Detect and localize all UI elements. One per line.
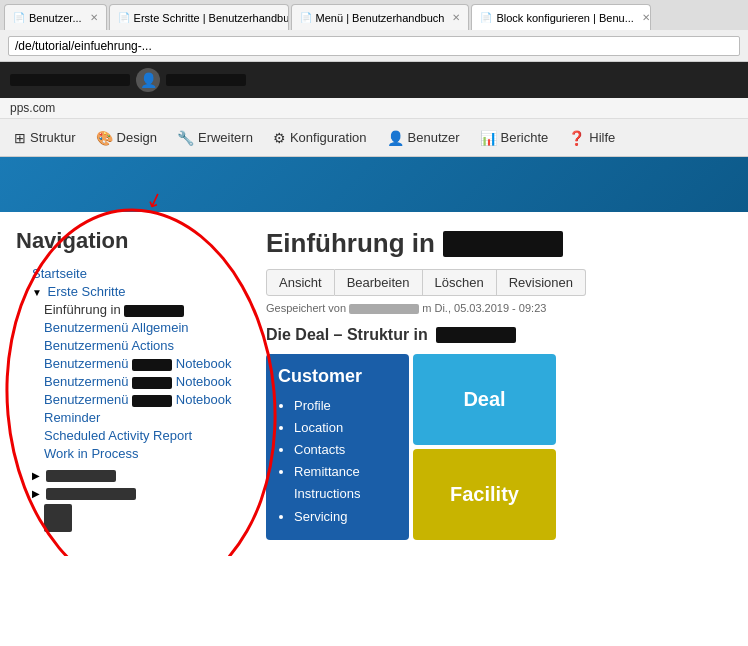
erweitern-icon: 🔧 xyxy=(177,130,194,146)
blue-banner xyxy=(0,157,748,212)
bearbeiten-button[interactable]: Bearbeiten xyxy=(335,269,423,296)
list-item: Benutzermenü Notebook xyxy=(20,392,246,407)
section-title: Die Deal – Struktur in xyxy=(266,326,732,344)
link-benutzermenu-allgemein[interactable]: Benutzermenü Allgemein xyxy=(44,320,189,335)
list-item: ▶ xyxy=(20,467,246,482)
list-item: Benutzermenü Notebook xyxy=(20,356,246,371)
domain-bar: pps.com xyxy=(0,98,748,119)
save-suffix: m Di., 05.03.2019 - 09:23 xyxy=(422,302,546,314)
customer-item-profile: Profile xyxy=(294,395,397,417)
tab-4[interactable]: 📄 Block konfigurieren | Benu... ✕ xyxy=(471,4,651,30)
link-einfuehrung: Einführung in xyxy=(44,302,124,317)
link-benutzermenu-notebook-2[interactable]: Benutzermenü xyxy=(44,374,132,389)
right-content: Einführung in Ansicht Bearbeiten Löschen… xyxy=(266,228,732,540)
tab-2[interactable]: 📄 Erste Schritte | Benutzerhandbu... ✕ xyxy=(109,4,289,30)
customer-box: Customer Profile Location Contacts Remit… xyxy=(266,354,409,540)
arrow-icon-3: ▶ xyxy=(32,488,40,499)
nav-item-design[interactable]: 🎨 Design xyxy=(86,124,167,152)
title-redacted xyxy=(443,231,563,257)
list-item: Benutzermenü Notebook xyxy=(20,374,246,389)
nav-label-konfiguration: Konfiguration xyxy=(290,130,367,145)
action-buttons: Ansicht Bearbeiten Löschen Revisionen xyxy=(266,269,732,296)
user-avatar-icon: 👤 xyxy=(136,68,160,92)
address-bar xyxy=(0,30,748,62)
tab-close-4[interactable]: ✕ xyxy=(642,12,650,23)
link-notebook-2[interactable]: Notebook xyxy=(176,374,232,389)
nav-item-berichte[interactable]: 📊 Berichte xyxy=(470,124,559,152)
tab-close-1[interactable]: ✕ xyxy=(90,12,98,23)
redacted-inline-4 xyxy=(132,395,172,407)
link-startseite[interactable]: Startseite xyxy=(32,266,87,281)
arrow-icon-2: ▶ xyxy=(32,470,40,481)
deal-title: Deal xyxy=(463,388,505,411)
list-item: Benutzermenü Actions xyxy=(20,338,246,353)
save-prefix: Gespeichert von xyxy=(266,302,346,314)
customer-title: Customer xyxy=(278,366,397,387)
link-benutzermenu-notebook-3[interactable]: Benutzermenü xyxy=(44,392,132,407)
design-icon: 🎨 xyxy=(96,130,113,146)
customer-item-servicing: Servicing xyxy=(294,506,397,528)
nav-label-erweitern: Erweitern xyxy=(198,130,253,145)
struktur-icon: ⊞ xyxy=(14,130,26,146)
customer-item-remittance: Remittance Instructions xyxy=(294,461,397,505)
save-author-redacted xyxy=(349,304,419,314)
title-prefix: Einführung in xyxy=(266,228,435,259)
ansicht-button[interactable]: Ansicht xyxy=(266,269,335,296)
redacted-nav-2 xyxy=(46,488,136,500)
revisionen-button[interactable]: Revisionen xyxy=(497,269,586,296)
user-info-redacted xyxy=(166,74,246,86)
tab-3[interactable]: 📄 Menü | Benutzerhandbuch ✕ xyxy=(291,4,470,30)
list-item: Reminder xyxy=(20,410,246,425)
link-benutzermenu-notebook-1[interactable]: Benutzermenü xyxy=(44,356,132,371)
nav-item-benutzer[interactable]: 👤 Benutzer xyxy=(377,124,470,152)
nav-item-struktur[interactable]: ⊞ Struktur xyxy=(4,124,86,152)
link-benutzermenu-actions[interactable]: Benutzermenü Actions xyxy=(44,338,174,353)
nav-item-konfiguration[interactable]: ⚙ Konfiguration xyxy=(263,124,377,152)
tab-label-3: Menü | Benutzerhandbuch xyxy=(316,12,445,24)
customer-item-contacts: Contacts xyxy=(294,439,397,461)
tab-icon-3: 📄 xyxy=(300,12,312,23)
top-bar: 👤 xyxy=(0,62,748,98)
link-notebook-3[interactable]: Notebook xyxy=(176,392,232,407)
section-redacted xyxy=(436,327,516,343)
list-item: Scheduled Activity Report xyxy=(20,428,246,443)
tab-close-3[interactable]: ✕ xyxy=(452,12,460,23)
link-notebook-1[interactable]: Notebook xyxy=(176,356,232,371)
link-erste-schritte[interactable]: Erste Schritte xyxy=(48,284,126,299)
link-reminder[interactable]: Reminder xyxy=(44,410,100,425)
nav-item-erweitern[interactable]: 🔧 Erweitern xyxy=(167,124,263,152)
berichte-icon: 📊 xyxy=(480,130,497,146)
main-navigation: ⊞ Struktur 🎨 Design 🔧 Erweitern ⚙ Konfig… xyxy=(0,119,748,157)
facility-title: Facility xyxy=(450,483,519,506)
loeschen-button[interactable]: Löschen xyxy=(423,269,497,296)
list-item xyxy=(20,504,246,532)
navigation-sidebar: ↙ Navigation Startseite ▼ Erste Schritte… xyxy=(16,228,246,540)
nav-label-design: Design xyxy=(117,130,157,145)
benutzer-icon: 👤 xyxy=(387,130,404,146)
link-scheduled-activity[interactable]: Scheduled Activity Report xyxy=(44,428,192,443)
address-input[interactable] xyxy=(8,36,740,56)
redacted-inline-2 xyxy=(132,359,172,371)
nav-label-berichte: Berichte xyxy=(501,130,549,145)
page-title: Einführung in xyxy=(266,228,732,259)
sidebar-title: Navigation xyxy=(16,228,246,254)
list-item: Startseite xyxy=(20,266,246,281)
list-item: Work in Process xyxy=(20,446,246,461)
tab-label-1: Benutzer... xyxy=(29,12,82,24)
nav-label-benutzer: Benutzer xyxy=(408,130,460,145)
tab-icon-2: 📄 xyxy=(118,12,130,23)
section-prefix: Die Deal – Struktur in xyxy=(266,326,428,344)
tab-label-2: Erste Schritte | Benutzerhandbu... xyxy=(134,12,289,24)
deal-diagram: Customer Profile Location Contacts Remit… xyxy=(266,354,556,540)
nav-label-struktur: Struktur xyxy=(30,130,76,145)
nav-label-hilfe: Hilfe xyxy=(589,130,615,145)
redacted-nav-1 xyxy=(46,470,116,482)
link-work-in-process[interactable]: Work in Process xyxy=(44,446,138,461)
arrow-down-icon: ▼ xyxy=(32,287,42,298)
customer-list: Profile Location Contacts Remittance Ins… xyxy=(278,395,397,528)
facility-box: Facility xyxy=(413,449,556,540)
nav-links-list: Startseite ▼ Erste Schritte Einführung i… xyxy=(16,266,246,532)
redacted-inline-1 xyxy=(124,305,184,317)
tab-1[interactable]: 📄 Benutzer... ✕ xyxy=(4,4,107,30)
nav-item-hilfe[interactable]: ❓ Hilfe xyxy=(558,124,625,152)
